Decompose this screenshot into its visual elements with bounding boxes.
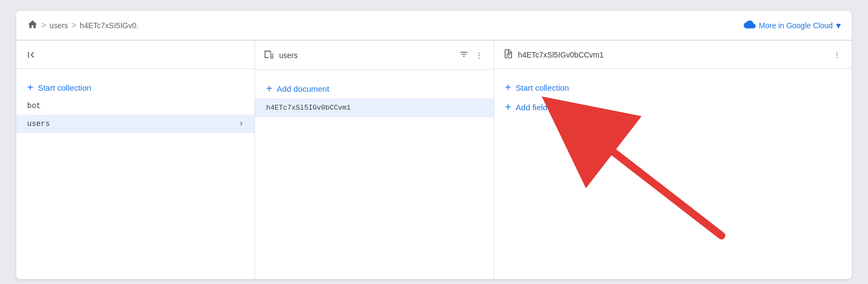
col3-doc-icon [503, 48, 514, 61]
add-field-label: Add field [516, 103, 547, 112]
plus-icon-col2: + [266, 83, 272, 94]
col2: users ⋮ + Add document h4ETc7xSl5IGv0b [255, 41, 494, 279]
col1: + Start collection bot users › [16, 41, 255, 279]
chevron-down-icon: ▾ [836, 20, 841, 31]
col3: h4ETc7xSl5IGv0bCCvm1 ⋮ + Start collectio… [494, 41, 852, 279]
plus-icon-col1: + [27, 82, 34, 93]
start-collection-label-col1: Start collection [38, 83, 91, 92]
breadcrumb-bar: > users > h4ETc7xSI5IGv0. More in Google… [16, 11, 852, 40]
add-document-label: Add document [277, 84, 329, 93]
col2-header: users ⋮ [255, 41, 493, 70]
more-in-google-cloud-button[interactable]: More in Google Cloud ▾ [744, 18, 841, 32]
col3-body: + Start collection + Add field [494, 69, 852, 279]
col3-more-icon[interactable]: ⋮ [831, 48, 843, 61]
plus-icon-add-field: + [505, 102, 512, 112]
columns-container: + Start collection bot users › [16, 40, 852, 279]
col2-actions: ⋮ [457, 47, 485, 63]
col1-body: + Start collection bot users › [16, 69, 254, 279]
list-item-users[interactable]: users › [16, 115, 254, 133]
start-collection-link-col1[interactable]: + Start collection [16, 78, 254, 97]
plus-icon-col3: + [505, 82, 512, 93]
cloud-icon [744, 18, 756, 32]
breadcrumb-doc-id: h4ETc7xSI5IGv0. [80, 21, 138, 30]
filter-icon[interactable] [457, 47, 471, 63]
col2-body: + Add document h4ETc7xSl5IGv0bCCvm1 [255, 70, 493, 279]
col2-collection-icon [264, 49, 275, 61]
start-collection-link-col3[interactable]: + Start collection [494, 78, 852, 97]
start-collection-label-col3: Start collection [516, 83, 569, 92]
columns-wrapper: + Start collection bot users › [16, 40, 852, 279]
col2-title: users [279, 51, 452, 60]
add-document-link[interactable]: + Add document [255, 79, 493, 98]
users-chevron-icon: › [239, 119, 244, 129]
add-field-link[interactable]: + Add field [494, 97, 852, 117]
breadcrumb-sep2: > [72, 21, 76, 30]
home-icon[interactable] [27, 19, 38, 31]
bot-label: bot [27, 102, 41, 110]
list-item-bot[interactable]: bot [16, 97, 254, 115]
col2-more-icon[interactable]: ⋮ [473, 49, 485, 62]
double-chevron-icon [25, 49, 37, 61]
breadcrumb-users-link[interactable]: users [49, 21, 68, 30]
users-label: users [27, 119, 50, 128]
col3-actions: ⋮ [831, 48, 843, 61]
col3-header: h4ETc7xSl5IGv0bCCvm1 ⋮ [494, 41, 852, 69]
breadcrumb-left: > users > h4ETc7xSI5IGv0. [27, 19, 138, 31]
breadcrumb-sep1: > [41, 21, 46, 30]
doc-id-label: h4ETc7xSl5IGv0bCCvm1 [266, 104, 350, 112]
col3-title: h4ETc7xSl5IGv0bCCvm1 [518, 51, 827, 59]
doc-item-h4[interactable]: h4ETc7xSl5IGv0bCCvm1 [255, 98, 493, 117]
more-in-google-cloud-label: More in Google Cloud [759, 21, 833, 30]
col1-header [16, 41, 254, 69]
